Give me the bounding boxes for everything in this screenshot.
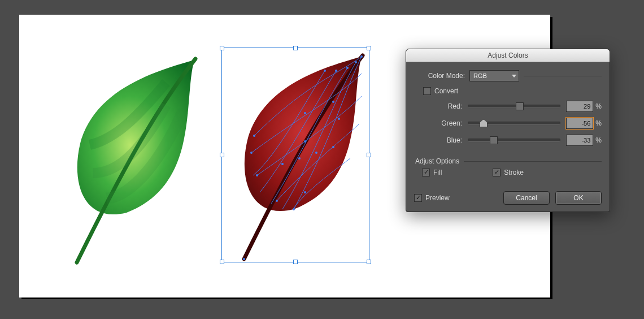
- fill-option[interactable]: Fill: [422, 169, 442, 176]
- color-mode-select[interactable]: RGB: [469, 70, 519, 81]
- selection-bbox[interactable]: [221, 48, 369, 262]
- sel-handle-se[interactable]: [367, 260, 371, 264]
- percent-sign: %: [595, 119, 602, 127]
- green-slider[interactable]: [468, 122, 560, 125]
- ok-button[interactable]: OK: [555, 191, 602, 205]
- color-mode-label: Color Mode:: [414, 72, 465, 80]
- fill-label: Fill: [433, 169, 442, 176]
- blue-slider[interactable]: [468, 139, 560, 142]
- group-divider: [524, 76, 602, 76]
- group-divider: [464, 161, 602, 162]
- red-value-input[interactable]: 29: [566, 101, 593, 112]
- adjust-options-label: Adjust Options: [415, 157, 459, 165]
- red-slider[interactable]: [468, 105, 560, 108]
- sel-handle-n[interactable]: [293, 46, 298, 50]
- sel-handle-sw[interactable]: [220, 260, 224, 264]
- stroke-checkbox[interactable]: [493, 169, 501, 176]
- sel-handle-nw[interactable]: [220, 46, 224, 50]
- leaf-green[interactable]: [53, 43, 223, 269]
- green-slider-thumb[interactable]: [480, 119, 488, 127]
- percent-sign: %: [595, 136, 602, 144]
- sel-handle-ne[interactable]: [367, 46, 371, 50]
- convert-label: Convert: [434, 87, 458, 95]
- blue-label: Blue:: [414, 136, 462, 144]
- chevron-down-icon: [512, 72, 516, 79]
- blue-value-input[interactable]: -33: [566, 135, 593, 146]
- convert-checkbox[interactable]: [423, 87, 431, 95]
- adjust-colors-dialog: Adjust Colors Color Mode: RGB Convert Re…: [406, 49, 610, 212]
- cancel-button[interactable]: Cancel: [503, 191, 550, 205]
- red-slider-thumb[interactable]: [516, 102, 524, 110]
- sel-handle-s[interactable]: [293, 260, 298, 264]
- dialog-title: Adjust Colors: [488, 51, 528, 59]
- percent-sign: %: [595, 102, 602, 110]
- stroke-label: Stroke: [504, 169, 524, 176]
- green-label: Green:: [414, 119, 462, 127]
- stroke-option[interactable]: Stroke: [493, 169, 524, 176]
- blue-slider-thumb[interactable]: [490, 136, 498, 144]
- red-label: Red:: [414, 102, 462, 110]
- preview-option[interactable]: Preview: [414, 194, 450, 202]
- green-value-input[interactable]: -56: [566, 118, 593, 129]
- color-mode-value: RGB: [473, 72, 487, 79]
- preview-checkbox[interactable]: [414, 194, 422, 202]
- sel-handle-e[interactable]: [367, 153, 371, 157]
- sel-handle-w[interactable]: [220, 153, 224, 157]
- convert-option[interactable]: Convert: [423, 87, 602, 95]
- fill-checkbox[interactable]: [422, 169, 430, 176]
- preview-label: Preview: [425, 194, 450, 202]
- dialog-titlebar[interactable]: Adjust Colors: [406, 49, 610, 62]
